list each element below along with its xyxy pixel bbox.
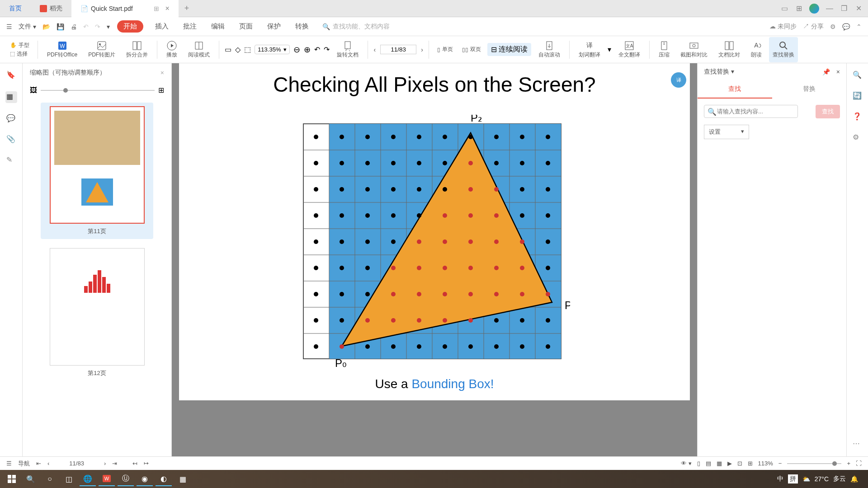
menu-tab-edit[interactable]: 编辑 (208, 20, 227, 33)
fullscreen-icon[interactable]: ⛶ (856, 460, 862, 467)
pin-icon[interactable]: 📌 (822, 68, 830, 75)
find-tab-replace[interactable]: 替换 (772, 80, 847, 99)
app-icon-1[interactable]: Ⓤ (118, 472, 134, 486)
taskview-icon[interactable]: ◫ (61, 472, 77, 486)
comment-icon[interactable]: 💬 (6, 114, 16, 124)
ime-lang[interactable]: 中 (777, 475, 783, 483)
tab-home[interactable]: 首页 (0, 0, 31, 17)
thumb-list[interactable]: 第11页 第12页 (23, 98, 171, 456)
select-tool[interactable]: ⬚ 选择 (10, 50, 29, 58)
zoom-in-icon[interactable]: + (847, 460, 850, 467)
float-translate-icon[interactable]: 译 (671, 72, 686, 88)
pdf-to-office[interactable]: W PDF转Office (43, 37, 81, 62)
menu-hamburger-icon[interactable]: ☰ (6, 23, 12, 30)
nav-icon[interactable]: ☰ (6, 460, 12, 467)
undo-icon[interactable]: ↶ (83, 23, 89, 30)
collapse-icon[interactable]: ⌃ (856, 23, 862, 30)
pdf-to-image[interactable]: PDF转图片 (85, 37, 119, 62)
menu-tab-page[interactable]: 页面 (236, 20, 255, 33)
document-area[interactable]: 译 Checking All Pixels on the Screen? (172, 63, 697, 456)
view-mode-3-icon[interactable]: ▦ (717, 460, 722, 467)
find-replace-button[interactable]: 查找替换 (769, 37, 798, 62)
zoom-out-icon[interactable]: ⊖ (293, 45, 300, 55)
menu-tab-insert[interactable]: 插入 (152, 20, 171, 33)
menu-tab-start[interactable]: 开始 (117, 20, 143, 33)
search-box[interactable]: 🔍 查找功能、文档内容 (322, 23, 768, 31)
auto-scroll[interactable]: 自动滚动 (535, 37, 564, 62)
signature-icon[interactable]: ✎ (6, 155, 16, 165)
ime-indicator[interactable]: 拼 (788, 474, 798, 483)
zoom-value[interactable]: 113.35% ▾ (255, 45, 290, 54)
wps-icon[interactable]: W (99, 472, 115, 486)
view-eye-icon[interactable]: 👁 ▾ (681, 460, 692, 467)
shape-tool-3[interactable]: ⬚ (244, 45, 251, 54)
split-merge[interactable]: 拆分合并 (123, 37, 151, 62)
help-icon[interactable]: ❓ (853, 112, 863, 122)
print-icon[interactable]: 🖨 (71, 23, 77, 30)
full-translate[interactable]: 文A 全文翻译 (615, 37, 644, 62)
sync-status[interactable]: ☁ 未同步 (769, 23, 797, 31)
thumb-size-icon[interactable]: 🖼 (30, 86, 37, 94)
menu-tab-protect[interactable]: 保护 (264, 20, 283, 33)
share-button[interactable]: ↗ 分享 (803, 23, 824, 31)
zoom-out-icon[interactable]: − (778, 460, 782, 467)
thumb-slider[interactable] (41, 90, 155, 91)
app-icon-4[interactable]: ▦ (175, 472, 191, 486)
nav-label[interactable]: 导航 (18, 460, 30, 468)
start-icon[interactable] (4, 472, 20, 486)
save-icon[interactable]: 💾 (57, 23, 64, 30)
rotate-doc[interactable]: 旋转文档 (333, 37, 362, 62)
fit-icon[interactable]: ⊡ (737, 460, 742, 467)
app-icon-2[interactable]: ◉ (137, 472, 153, 486)
file-menu[interactable]: 文件 ▾ (19, 23, 36, 31)
dropdown-icon[interactable]: ▾ (107, 23, 110, 30)
thumb-item-11[interactable]: 第11页 (41, 103, 153, 239)
find-settings[interactable]: 设置▾ (704, 125, 749, 139)
maximize-icon[interactable]: ❐ (840, 5, 848, 13)
continuous-read[interactable]: ⊟ 连续阅读 (487, 43, 531, 56)
read-mode[interactable]: 阅读模式 (184, 37, 213, 62)
settings-icon[interactable]: ⚙ (853, 133, 863, 143)
search-icon[interactable]: 🔍 (23, 472, 39, 486)
play-button[interactable]: 播放 (163, 37, 181, 62)
grid-icon[interactable]: ⊞ (795, 5, 803, 13)
close-find-icon[interactable]: × (836, 68, 840, 75)
gear-icon[interactable]: ⚙ (830, 23, 836, 30)
rotate-right-icon[interactable]: ↷ (324, 45, 330, 54)
play-icon[interactable]: ▶ (727, 460, 732, 467)
page-input[interactable] (380, 45, 416, 54)
tray-icon[interactable]: 🔔 (850, 475, 858, 483)
fit-width-icon[interactable]: ↦ (144, 460, 149, 467)
close-icon[interactable]: × (165, 5, 170, 13)
screenshot-compare[interactable]: 截图和对比 (677, 37, 711, 62)
edge-icon[interactable]: 🌐 (80, 472, 96, 486)
last-page-icon[interactable]: ⇥ (112, 460, 117, 467)
translate-dropdown-icon[interactable]: ▾ (608, 45, 611, 54)
menu-tab-annotate[interactable]: 批注 (180, 20, 199, 33)
open-icon[interactable]: 📂 (42, 23, 50, 30)
zoom-in-icon[interactable]: ⊕ (304, 45, 311, 55)
tab-menu-icon[interactable]: ⊞ (154, 5, 159, 12)
prev-page-icon[interactable]: ‹ (47, 460, 49, 467)
cortana-icon[interactable]: ○ (42, 472, 58, 486)
fit-page-icon[interactable]: ↤ (132, 460, 137, 467)
tab-second[interactable]: 稻壳 (31, 0, 71, 17)
single-page[interactable]: ▯ 单页 (437, 46, 453, 53)
word-translate[interactable]: 译 划词翻译 (575, 37, 604, 62)
weather-icon[interactable]: ⛅ (802, 475, 810, 483)
prev-page-icon[interactable]: ‹ (373, 46, 376, 53)
layout-icon[interactable]: ▭ (780, 5, 788, 13)
thumb-grid-icon[interactable]: ⊞ (158, 86, 164, 94)
feedback-icon[interactable]: 💬 (842, 23, 850, 30)
find-input[interactable] (704, 105, 798, 118)
tab-active[interactable]: 📄 Quick Start.pdf ⊞ × (71, 0, 179, 17)
minimize-icon[interactable]: — (826, 5, 834, 13)
rotate-left-icon[interactable]: ↶ (314, 45, 320, 54)
app-icon-3[interactable]: ◐ (156, 472, 172, 486)
view-mode-2-icon[interactable]: ▤ (706, 460, 711, 467)
hand-tool[interactable]: ✋ 手型 (10, 42, 29, 49)
find-button[interactable]: 查找 (816, 105, 840, 118)
text-compare[interactable]: 文档比对 (715, 37, 744, 62)
search-icon[interactable]: 🔍 (853, 70, 863, 80)
redo-icon[interactable]: ↷ (95, 23, 100, 30)
